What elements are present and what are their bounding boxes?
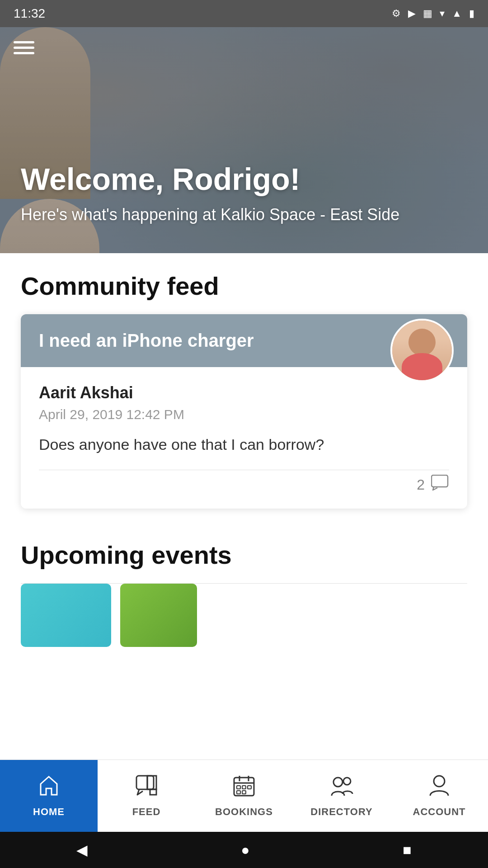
directory-icon bbox=[330, 774, 353, 802]
android-home-button[interactable]: ● bbox=[241, 842, 249, 859]
feed-card-header: I need an iPhone charger bbox=[21, 314, 467, 367]
svg-point-15 bbox=[434, 776, 445, 787]
event-thumbnail-2[interactable] bbox=[120, 584, 197, 647]
hero-section: Welcome, Rodrigo! Here's what's happenin… bbox=[0, 27, 488, 253]
home-icon bbox=[37, 774, 61, 802]
hero-title: Welcome, Rodrigo! bbox=[21, 162, 467, 196]
android-back-button[interactable]: ◀ bbox=[76, 841, 88, 859]
svg-rect-1 bbox=[136, 776, 154, 789]
play-icon: ▶ bbox=[408, 8, 416, 19]
feed-card-body: Aarit Akshai April 29, 2019 12:42 PM Doe… bbox=[21, 367, 467, 509]
comment-icon[interactable] bbox=[431, 475, 449, 495]
sim-icon: ▦ bbox=[423, 8, 432, 19]
nav-label-bookings: BOOKINGS bbox=[215, 806, 273, 818]
avatar-body bbox=[402, 353, 442, 380]
svg-rect-0 bbox=[432, 475, 448, 487]
upcoming-events-title: Upcoming events bbox=[21, 522, 467, 583]
bookings-icon bbox=[232, 774, 256, 802]
feed-comment-count: 2 bbox=[417, 476, 425, 493]
account-icon bbox=[427, 774, 451, 802]
android-recent-button[interactable]: ■ bbox=[403, 842, 411, 859]
battery-icon: ▮ bbox=[469, 8, 474, 19]
wifi-icon: ▾ bbox=[440, 8, 445, 19]
svg-rect-9 bbox=[242, 786, 246, 789]
hero-subtitle: Here's what's happening at Kalkio Space … bbox=[21, 203, 467, 226]
svg-rect-10 bbox=[248, 786, 251, 789]
avatar-figure bbox=[392, 321, 452, 380]
bottom-nav: HOME FEED bbox=[0, 760, 488, 832]
nav-label-home: HOME bbox=[33, 806, 65, 818]
feed-message: Does anyone have one that I can borrow? bbox=[39, 433, 449, 456]
feed-date: April 29, 2019 12:42 PM bbox=[39, 407, 449, 422]
nav-item-directory[interactable]: DIRECTORY bbox=[293, 760, 390, 832]
upcoming-events-section: Upcoming events bbox=[0, 522, 488, 656]
event-thumbnail-1[interactable] bbox=[21, 584, 111, 647]
feed-footer: 2 bbox=[39, 470, 449, 495]
status-bar: 11:32 ⚙ ▶ ▦ ▾ ▲ ▮ bbox=[0, 0, 488, 27]
feed-icon bbox=[135, 774, 158, 802]
settings-icon: ⚙ bbox=[392, 8, 401, 19]
svg-rect-12 bbox=[242, 791, 246, 794]
feed-card[interactable]: I need an iPhone charger Aarit Akshai Ap… bbox=[21, 314, 467, 509]
main-content: Community feed I need an iPhone charger … bbox=[0, 253, 488, 509]
feed-author: Aarit Akshai bbox=[39, 383, 449, 402]
nav-label-feed: FEED bbox=[132, 806, 161, 818]
svg-rect-8 bbox=[237, 786, 240, 789]
nav-item-bookings[interactable]: BOOKINGS bbox=[195, 760, 293, 832]
svg-point-14 bbox=[343, 778, 351, 785]
svg-rect-3 bbox=[147, 776, 156, 789]
hamburger-line-2 bbox=[14, 47, 34, 49]
hamburger-menu[interactable] bbox=[14, 38, 34, 57]
feed-card-post-title: I need an iPhone charger bbox=[39, 330, 449, 351]
avatar bbox=[390, 319, 454, 382]
hamburger-line-3 bbox=[14, 52, 34, 54]
nav-item-home[interactable]: HOME bbox=[0, 760, 98, 832]
svg-point-13 bbox=[333, 778, 343, 787]
events-preview bbox=[21, 584, 467, 656]
avatar-head bbox=[408, 329, 436, 356]
status-time: 11:32 bbox=[14, 6, 45, 21]
signal-icon: ▲ bbox=[452, 8, 462, 19]
android-nav: ◀ ● ■ bbox=[0, 832, 488, 868]
nav-item-feed[interactable]: FEED bbox=[98, 760, 195, 832]
hero-content: Welcome, Rodrigo! Here's what's happenin… bbox=[21, 162, 467, 226]
nav-label-directory: DIRECTORY bbox=[310, 806, 372, 818]
hamburger-line-1 bbox=[14, 41, 34, 43]
svg-rect-11 bbox=[237, 791, 240, 794]
community-feed-title: Community feed bbox=[21, 253, 467, 314]
nav-item-account[interactable]: ACCOUNT bbox=[390, 760, 488, 832]
nav-label-account: ACCOUNT bbox=[413, 806, 466, 818]
status-icons: ⚙ ▶ ▦ ▾ ▲ ▮ bbox=[392, 8, 474, 19]
